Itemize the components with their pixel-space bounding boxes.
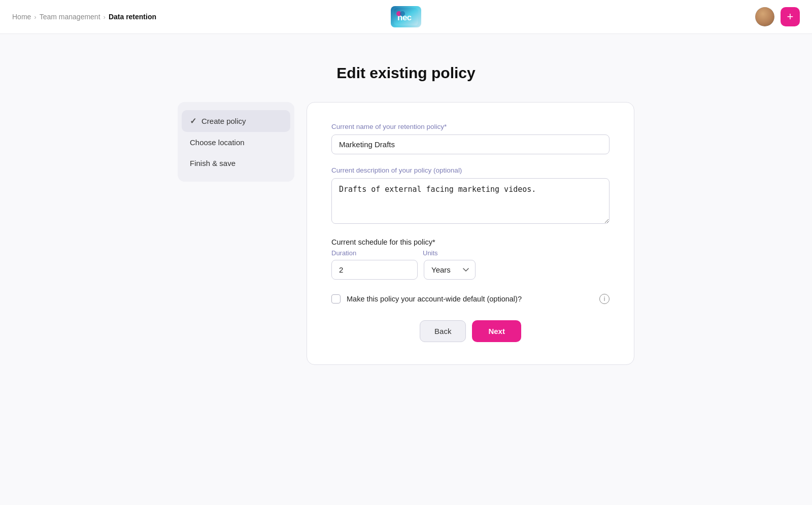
step-create-policy[interactable]: ✓ Create policy	[182, 110, 290, 132]
default-policy-checkbox[interactable]	[331, 294, 341, 304]
logo-box: nec	[391, 6, 421, 27]
step-create-policy-label: Create policy	[201, 117, 246, 125]
schedule-group: Current schedule for this policy* Durati…	[331, 238, 610, 280]
breadcrumb-sep-1: ›	[34, 13, 36, 21]
breadcrumb-current: Data retention	[109, 13, 156, 21]
step-choose-location-label: Choose location	[190, 138, 245, 147]
duration-sublabel: Duration	[331, 249, 423, 257]
add-button[interactable]: +	[781, 7, 800, 26]
page-body: Edit existing policy ✓ Create policy Cho…	[0, 34, 812, 385]
policy-name-label: Current name of your retention policy*	[331, 123, 610, 130]
form-card: Current name of your retention policy* C…	[307, 102, 634, 365]
step-finish-save[interactable]: Finish & save	[182, 153, 290, 174]
policy-name-group: Current name of your retention policy*	[331, 123, 610, 154]
form-buttons: Back Next	[331, 320, 610, 342]
schedule-label: Current schedule for this policy*	[331, 238, 610, 246]
logo: nec	[391, 6, 421, 27]
back-button[interactable]: Back	[420, 320, 466, 342]
default-policy-label: Make this policy your account-wide defau…	[347, 295, 593, 303]
step-choose-location[interactable]: Choose location	[182, 132, 290, 153]
step-finish-save-label: Finish & save	[190, 159, 235, 167]
svg-point-3	[400, 11, 405, 16]
breadcrumb-home[interactable]: Home	[12, 13, 31, 21]
breadcrumb: Home › Team management › Data retention	[12, 13, 156, 21]
header-actions: +	[755, 7, 800, 26]
duration-input[interactable]	[331, 260, 418, 280]
page-title: Edit existing policy	[336, 64, 475, 82]
steps-sidebar: ✓ Create policy Choose location Finish &…	[178, 102, 294, 182]
content-area: ✓ Create policy Choose location Finish &…	[178, 102, 634, 365]
default-policy-row: Make this policy your account-wide defau…	[331, 294, 610, 304]
info-icon[interactable]: i	[599, 294, 610, 304]
breadcrumb-sep-2: ›	[104, 13, 106, 21]
breadcrumb-team-management[interactable]: Team management	[40, 13, 100, 21]
units-sublabel: Units	[423, 249, 610, 257]
top-nav: Home › Team management › Data retention …	[0, 0, 812, 34]
schedule-sublabels: Duration Units	[331, 249, 610, 257]
schedule-row: Days Weeks Months Years	[331, 260, 610, 280]
units-select[interactable]: Days Weeks Months Years	[424, 260, 476, 280]
policy-description-textarea[interactable]: Drafts of external facing marketing vide…	[331, 178, 610, 224]
policy-description-label: Current description of your policy (opti…	[331, 166, 610, 174]
next-button[interactable]: Next	[472, 320, 521, 342]
policy-description-group: Current description of your policy (opti…	[331, 166, 610, 226]
step-check-icon: ✓	[190, 116, 196, 126]
user-avatar[interactable]	[755, 7, 774, 26]
avatar-image	[755, 7, 774, 26]
policy-name-input[interactable]	[331, 134, 610, 154]
